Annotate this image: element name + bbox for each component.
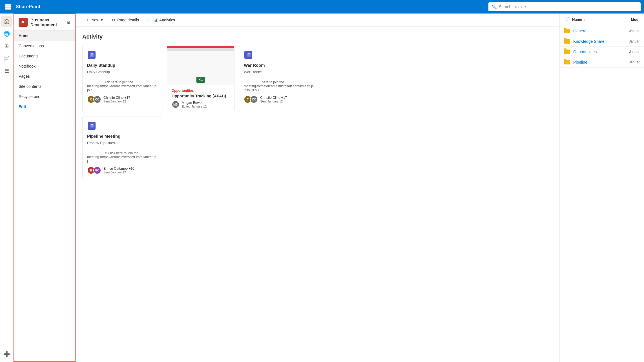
globe-icon[interactable]: 🌐 — [1, 28, 12, 39]
card-description: Daily Standup. — [87, 70, 158, 75]
pipeline-meeting-card[interactable]: T Pipeline Meeting Review Pipelines. ___… — [82, 117, 162, 179]
sidenav: BD Business Development ⚙ Home Conversat… — [14, 14, 76, 362]
file-list-item[interactable]: General Januar — [560, 26, 644, 36]
sidenav-item-conversations[interactable]: Conversations — [14, 41, 75, 51]
activity-title: Activity — [82, 33, 553, 40]
main-content: ＋ New ▾ ⚙ Page details 📊 Analytics Activ… — [76, 14, 559, 362]
folder-icon — [564, 39, 570, 44]
avatar-group: E EC — [87, 166, 101, 174]
folder-icon — [564, 29, 570, 33]
sidenav-item-edit[interactable]: Edit — [14, 102, 75, 112]
file-name: General — [573, 29, 626, 33]
content-area: ＋ New ▾ ⚙ Page details 📊 Analytics Activ… — [76, 14, 644, 362]
search-input[interactable] — [499, 5, 637, 9]
file-list-item[interactable]: Opportunities Januar — [560, 47, 644, 57]
card-description: War Room! — [244, 70, 314, 75]
teams-icon: T T — [87, 50, 96, 59]
sidenav-item-site-contents[interactable]: Site contents — [14, 81, 75, 91]
card-title: War Room — [244, 63, 314, 68]
card-sender: Christie Cline +17 — [103, 96, 130, 100]
avatar-group: C CC — [87, 95, 101, 103]
sidenav-item-home[interactable]: Home — [14, 31, 75, 41]
card-link-text: ________...here to join the meeting<http… — [244, 80, 314, 92]
plus-icon[interactable]: ➕ — [1, 348, 12, 360]
toolbar-divider — [146, 17, 146, 23]
folder-icon — [564, 50, 570, 54]
card-sender: Megan Bowen — [182, 101, 207, 105]
card-date: Edited January 12 — [182, 105, 207, 108]
card-header: T — [244, 50, 314, 59]
teams-icon: T — [244, 50, 253, 59]
activity-cards-row1: T T Daily Standup Daily Standup. _______… — [82, 46, 319, 112]
avatar: CC — [93, 95, 101, 103]
page-details-label: Page details — [117, 18, 139, 22]
search-box[interactable]: 🔍 — [488, 2, 641, 11]
topbar: SharePoint 🔍 — [0, 0, 644, 14]
activity-cards-row2: T Pipeline Meeting Review Pipelines. ___… — [82, 117, 319, 179]
home-icon[interactable]: 🏠 — [1, 16, 12, 27]
sidenav-item-notebook[interactable]: Notebook — [14, 61, 75, 71]
site-avatar: BD — [19, 18, 28, 27]
card-date: Sent January 12 — [260, 100, 287, 103]
chevron-down-icon: ▾ — [101, 18, 103, 22]
avatar-group: C CC — [244, 95, 258, 103]
settings-icon[interactable]: ⚙ — [67, 20, 70, 25]
file-list-item[interactable]: Knowledge Share Januar — [560, 36, 644, 47]
waffle-icon[interactable] — [3, 2, 12, 11]
file-list-items: General Januar Knowledge Share Januar Op… — [560, 26, 644, 68]
file-name: Knowledge Share — [573, 39, 626, 44]
file-name: Opportunities — [573, 50, 626, 54]
avatar: CC — [250, 95, 258, 103]
opportunity-card[interactable]: X≡ Opportunities Opportunity Tracking (A… — [167, 46, 234, 112]
war-room-card[interactable]: T War Room War Room! ________...here to … — [239, 46, 319, 112]
daily-standup-card[interactable]: T T Daily Standup Daily Standup. _______… — [82, 46, 162, 112]
card-header: T T — [87, 50, 158, 59]
card-footer: C CC Christie Cline +17 Sent January 12 — [87, 95, 158, 103]
analytics-button[interactable]: 📊 Analytics — [149, 16, 178, 24]
list-icon[interactable]: ☰ — [1, 65, 12, 77]
card-description: Review Pipelines. — [87, 141, 158, 146]
opportunity-card-content: Opportunities Opportunity Tracking (APAC… — [167, 85, 234, 112]
new-label: New — [91, 18, 99, 22]
sort-icon: ↕ — [583, 17, 585, 22]
page-details-button[interactable]: ⚙ Page details — [109, 16, 142, 24]
card-sender: Christie Cline +17 — [260, 96, 287, 100]
svg-text:T: T — [91, 124, 93, 127]
opportunity-label: Opportunities — [172, 89, 230, 93]
right-panel: 📄 Name ↕ Modi General Januar Knowledge S… — [559, 14, 644, 362]
page-icon[interactable]: 📄 — [1, 53, 12, 64]
card-title: Pipeline Meeting — [87, 134, 158, 138]
file-list-header: 📄 Name ↕ Modi — [560, 14, 644, 26]
card-date: Sent January 12 — [103, 171, 134, 174]
card-header: T — [87, 121, 158, 130]
card-link-text: ________...lick here to join the meeting… — [87, 80, 158, 92]
sidenav-item-documents[interactable]: Documents — [14, 51, 75, 61]
file-col-modified: Modi — [617, 17, 639, 22]
new-button[interactable]: ＋ New ▾ — [82, 16, 106, 24]
analytics-label: Analytics — [159, 18, 175, 22]
excel-icon-overlay: X≡ — [196, 77, 205, 83]
toolbar: ＋ New ▾ ⚙ Page details 📊 Analytics — [76, 14, 559, 27]
card-footer: E EC Enrico Cattaneo +10 Sent January 12 — [87, 166, 158, 174]
avatar: MB — [172, 100, 180, 108]
analytics-icon: 📊 — [153, 18, 158, 22]
svg-text:T: T — [91, 53, 93, 56]
file-modified: Januar — [629, 60, 639, 64]
grid-icon[interactable]: ⊞ — [1, 41, 12, 52]
file-icon-header: 📄 — [564, 17, 570, 22]
file-list-item[interactable]: Pipeline Januar — [560, 57, 644, 68]
card-sender: Enrico Cattaneo +10 — [103, 167, 134, 171]
site-title: Business Development — [30, 17, 64, 27]
sidenav-item-pages[interactable]: Pages — [14, 71, 75, 81]
file-name: Pipeline — [573, 60, 626, 64]
card-title: Daily Standup — [87, 63, 158, 68]
card-date: Sent January 12 — [103, 100, 130, 103]
sidenav-item-recycle-bin[interactable]: Recycle bin — [14, 91, 75, 102]
sharepoint-logo: SharePoint — [16, 4, 40, 9]
icon-rail: 🏠 🌐 ⊞ 📄 ☰ ➕ — [0, 14, 14, 362]
teams-icon: T — [87, 121, 96, 130]
excel-preview: X≡ — [167, 46, 234, 85]
card-footer: C CC Christie Cline +17 Sent January 12 — [244, 95, 314, 103]
page-details-icon: ⚙ — [112, 18, 116, 22]
search-icon: 🔍 — [492, 5, 497, 9]
